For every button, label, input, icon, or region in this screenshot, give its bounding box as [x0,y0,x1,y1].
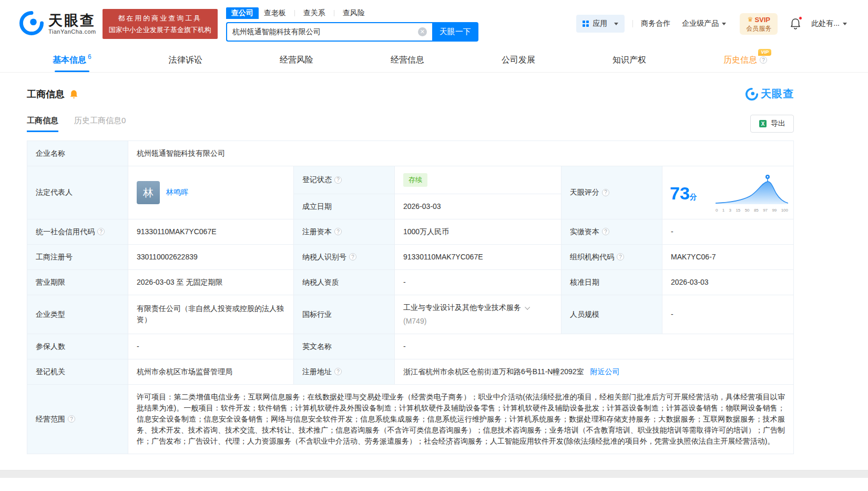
tianyancha-watermark: 天眼查 [746,87,794,101]
business-term-value: 2026-03-03 至 无固定期限 [128,269,294,295]
notification-dot [799,16,802,20]
search-type-tabs: 查公司 查老板 查关系 查风险 [226,6,478,19]
export-button[interactable]: X 导出 [750,115,794,133]
tab-label: 历史信息 [723,55,757,66]
tab-label: 经营风险 [280,55,313,66]
subtab-count: 0 [121,116,126,125]
org-code-label: 组织机构代码 [561,244,662,269]
chevron-down-icon[interactable] [525,304,530,309]
main-content: 工商信息 天眼查 工商信息 历史工商信息0 X 导出 企业名称 杭州瓴通智能科技… [0,87,868,454]
svip-label: SVIP [754,15,770,25]
clear-icon[interactable] [418,27,427,36]
help-icon[interactable] [334,228,342,235]
business-cooperation-label: 商务合作 [641,19,670,28]
nearby-companies-link[interactable]: 附近公司 [590,367,620,376]
table-row: 企业名称 杭州瓴通智能科技有限公司 [27,141,794,166]
search-tab-company[interactable]: 查公司 [226,7,259,19]
score-value: 73分 [670,184,697,202]
tab-legal-proceedings[interactable]: 法律诉讼 [169,48,202,72]
svg-text:X: X [761,121,765,127]
company-type-value: 有限责任公司（非自然人投资或控股的法人独资） [128,295,294,334]
tab-history-info[interactable]: VIP 历史信息 [723,48,767,72]
paid-capital-label: 实缴资本 [561,219,662,244]
staff-size-label: 人员规模 [561,295,662,334]
search-button[interactable]: 天眼一下 [432,22,478,42]
enterprise-products-label: 企业级产品 [682,19,719,28]
subtab-history-business-info[interactable]: 历史工商信息0 [74,116,126,132]
search-tab-relation[interactable]: 查关系 [298,7,331,19]
table-row: 营业期限 2026-03-03 至 无固定期限 纳税人资质 - 核准日期 202… [27,269,794,295]
company-name-value: 杭州瓴通智能科技有限公司 [128,141,794,166]
watermark-label: 天眼查 [761,87,794,101]
industry-label: 国标行业 [294,295,395,334]
tianyancha-logo[interactable]: 天眼查 TianYanCha.com [19,11,96,37]
user-menu[interactable]: 此处有... [811,19,847,28]
search-tab-risk[interactable]: 查风险 [338,7,370,19]
help-icon[interactable] [760,56,767,64]
tab-label: 知识产权 [612,55,646,66]
enterprise-products-menu[interactable]: 企业级产品 [682,19,726,28]
separator [632,20,633,27]
paid-capital-value: - [662,219,794,244]
table-row: 参保人数 - 英文名称 - [27,334,794,359]
help-icon[interactable] [97,228,105,235]
search-tab-boss[interactable]: 查老板 [259,7,291,19]
tab-basic-info[interactable]: 基本信息 6 [53,48,91,72]
establish-date-label: 成立日期 [294,194,395,219]
score-axis-ticks: 0131550859799100 [716,208,788,213]
help-icon[interactable] [68,415,75,423]
help-icon[interactable] [334,368,342,375]
subtab-business-info[interactable]: 工商信息 [27,116,58,132]
notification-bell-icon[interactable] [790,18,801,29]
english-name-label: 英文名称 [294,334,395,359]
chevron-down-icon [843,23,847,25]
tab-label: 公司发展 [502,55,535,66]
tab-label: 法律诉讼 [169,55,202,66]
svip-member-badge[interactable]: ♛SVIP 会员服务 [740,13,778,35]
score-label: 天眼评分 [561,166,662,219]
tab-business-risk[interactable]: 经营风险 [280,48,313,72]
reg-status-label: 登记状态 [294,166,395,194]
reg-capital-value: 1000万人民币 [395,219,561,244]
help-icon[interactable] [617,253,624,260]
search-block: 查公司 查老板 查关系 查风险 天眼一下 [226,6,478,42]
business-term-label: 营业期限 [27,269,128,295]
tab-company-development[interactable]: 公司发展 [502,48,535,72]
reg-status-value: 存续 [395,166,561,194]
table-row: 统一社会信用代码 91330110MAK7YC067E 注册资本 1000万人民… [27,219,794,244]
credit-code-label: 统一社会信用代码 [27,219,128,244]
bell-icon[interactable] [69,89,78,99]
search-box [226,22,432,42]
help-icon[interactable] [334,176,342,184]
business-scope-label: 经营范围 [27,384,128,454]
search-input[interactable] [232,28,418,36]
help-icon[interactable] [602,228,609,235]
brand-domain: TianYanCha.com [48,28,96,35]
user-menu-label: 此处有... [811,19,840,28]
table-row: 工商注册号 330110002622839 纳税人识别号 91330110MAK… [27,244,794,269]
table-row: 经营范围 许可项目：第二类增值电信业务；互联网信息服务；在线数据处理与交易处理业… [27,384,794,454]
reg-number-value: 330110002622839 [128,244,294,269]
excel-icon: X [759,119,767,128]
help-icon[interactable] [602,189,609,196]
help-icon[interactable] [349,253,356,260]
business-info-table: 企业名称 杭州瓴通智能科技有限公司 法定代表人 林 林鸣晖 登记状态 存续 天眼… [27,141,794,454]
export-label: 导出 [771,119,785,128]
tab-label: 基本信息 [53,55,86,66]
reg-address-label: 注册地址 [294,359,395,384]
staff-size-value: - [662,295,794,334]
tab-business-info[interactable]: 经营信息 [391,48,424,72]
apps-menu[interactable]: 应用 [576,15,625,33]
tianyancha-logo-icon [19,11,44,37]
reg-address-value: 浙江省杭州市余杭区仓前街道万和路6号B11-N幢2092室附近公司 [395,359,794,384]
legal-rep-link[interactable]: 林鸣晖 [166,187,188,198]
business-cooperation-link[interactable]: 商务合作 [641,19,670,28]
taxpayer-id-value: 91330110MAK7YC067E [395,244,561,269]
org-code-value: MAK7YC06-7 [662,244,794,269]
establish-date-value: 2026-03-03 [395,194,561,219]
insured-count-value: - [128,334,294,359]
taxpayer-quality-label: 纳税人资质 [294,269,395,295]
tianyancha-watermark-icon [746,88,758,101]
tab-label: 经营信息 [391,55,424,66]
tab-intellectual-property[interactable]: 知识产权 [612,48,646,72]
